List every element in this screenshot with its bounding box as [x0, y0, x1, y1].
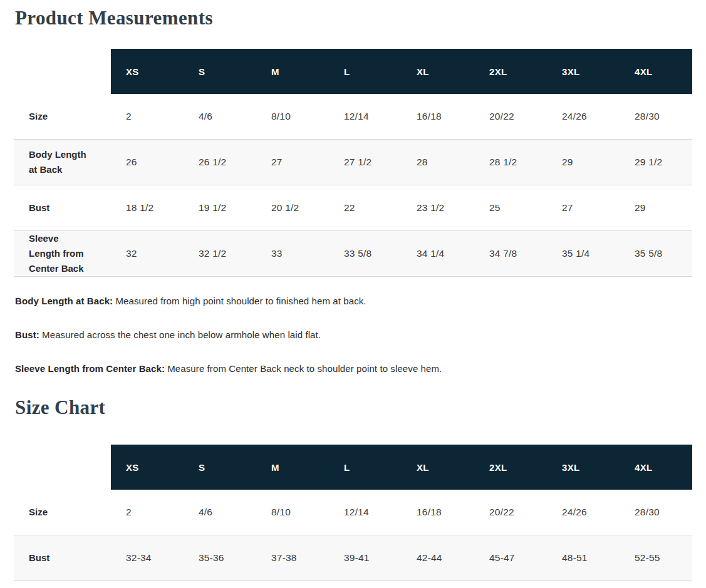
measurement-value: 27	[256, 140, 329, 185]
measurement-value: 20/22	[474, 94, 547, 139]
measurement-value: 32 1/2	[184, 231, 256, 276]
size-column-header: S	[184, 49, 256, 94]
product-measurements-title: Product Measurements	[15, 6, 691, 30]
size-column-header: 3XL	[547, 445, 620, 490]
measurement-value: 4/6	[184, 94, 256, 139]
measurement-value: 28 1/2	[474, 140, 547, 185]
measurement-value: 32	[111, 231, 184, 276]
measurement-value: 16/18	[402, 490, 474, 535]
table-row: Bust18 1/219 1/220 1/22223 1/2252729	[14, 185, 692, 231]
definition-bust: Bust: Measured across the chest one inch…	[15, 328, 691, 342]
measurement-value: 22	[329, 185, 402, 230]
row-label: Bust	[14, 535, 111, 580]
definition-term: Sleeve Length from Center Back:	[15, 363, 165, 374]
table-row: Body Length at Back2626 1/22727 1/22828 …	[14, 140, 692, 185]
measurement-value: 26 1/2	[184, 140, 256, 185]
definition-text: Measured from high point shoulder to fin…	[113, 296, 366, 306]
measurement-value: 26	[111, 140, 184, 185]
measurement-value: 19 1/2	[184, 185, 256, 230]
size-column-header: S	[184, 445, 256, 490]
row-label: Body Length at Back	[14, 140, 111, 185]
measurement-value: 52-55	[620, 535, 692, 580]
measurement-value: 34 7/8	[474, 231, 547, 276]
size-column-header: 3XL	[547, 49, 620, 94]
measurement-value: 24/26	[547, 94, 620, 139]
measurement-value: 12/14	[329, 94, 402, 139]
size-column-header: XS	[111, 445, 184, 490]
measurement-value: 28	[402, 140, 474, 185]
row-label-text: Sleeve Length from Center Back	[29, 231, 88, 276]
measurement-value: 20/22	[474, 490, 547, 535]
table-row: Sleeve Length from Center Back3232 1/233…	[14, 231, 692, 277]
measurement-value: 2	[111, 490, 184, 535]
definition-term: Bust:	[15, 329, 39, 340]
measurement-value: 8/10	[256, 94, 329, 139]
measurement-value: 18 1/2	[111, 185, 184, 230]
size-column-header: L	[329, 49, 402, 94]
measurement-value: 28/30	[620, 490, 692, 535]
row-label: Size	[14, 490, 111, 535]
table-header-row: XSSMLXL2XL3XL4XL	[14, 49, 692, 94]
row-label-text: Size	[29, 109, 48, 124]
measurement-value: 8/10	[256, 490, 329, 535]
measurement-value: 24/26	[547, 490, 620, 535]
size-column-header: M	[256, 49, 329, 94]
size-column-header: 2XL	[474, 49, 547, 94]
size-chart-title: Size Chart	[15, 396, 691, 420]
size-column-header: XS	[111, 49, 184, 94]
measurement-value: 25	[474, 185, 547, 230]
measurement-value: 2	[111, 94, 184, 139]
size-column-header: L	[329, 445, 402, 490]
row-label-text: Size	[29, 505, 48, 520]
size-column-header: M	[256, 445, 329, 490]
row-label: Bust	[14, 185, 111, 230]
measurement-value: 4/6	[184, 490, 256, 535]
measurement-value: 28/30	[620, 94, 692, 139]
measurement-value: 39-41	[329, 535, 402, 580]
row-label: Size	[14, 94, 111, 139]
measurement-value: 42-44	[402, 535, 474, 580]
measurement-value: 20 1/2	[256, 185, 329, 230]
definition-text: Measured across the chest one inch below…	[39, 329, 321, 340]
definition-term: Body Length at Back:	[15, 296, 113, 306]
measurement-value: 12/14	[329, 490, 402, 535]
row-label-text: Bust	[29, 200, 49, 215]
row-label-text: Body Length at Back	[29, 147, 88, 177]
product-measurements-table: XSSMLXL2XL3XL4XLSize24/68/1012/1416/1820…	[14, 49, 692, 277]
measurement-value: 34 1/4	[402, 231, 474, 276]
measurement-value: 32-34	[111, 535, 184, 580]
measurement-value: 35 5/8	[620, 231, 692, 276]
measurement-value: 33 5/8	[329, 231, 402, 276]
measurement-value: 29	[547, 140, 620, 185]
measurement-value: 23 1/2	[402, 185, 474, 230]
measurement-value: 35-36	[184, 535, 256, 580]
size-column-header: 2XL	[474, 445, 547, 490]
table-row: Size24/68/1012/1416/1820/2224/2628/30	[14, 490, 692, 535]
definition-body-length: Body Length at Back: Measured from high …	[15, 294, 691, 308]
measurement-value: 29 1/2	[620, 140, 692, 185]
header-spacer-cell	[14, 49, 111, 94]
table-row: Bust32-3435-3637-3839-4142-4445-4748-515…	[14, 535, 692, 581]
header-spacer-cell	[14, 445, 111, 490]
table-row: Size24/68/1012/1416/1820/2224/2628/30	[14, 94, 692, 140]
measurement-definitions: Body Length at Back: Measured from high …	[15, 294, 691, 376]
size-chart-table: XSSMLXL2XL3XL4XLSize24/68/1012/1416/1820…	[14, 445, 692, 581]
measurement-value: 27	[547, 185, 620, 230]
measurement-value: 27 1/2	[329, 140, 402, 185]
definition-sleeve-length: Sleeve Length from Center Back: Measure …	[15, 362, 691, 376]
measurement-value: 29	[620, 185, 692, 230]
measurement-value: 33	[256, 231, 329, 276]
row-label-text: Bust	[29, 550, 49, 565]
table-header-row: XSSMLXL2XL3XL4XL	[14, 445, 692, 490]
row-label: Sleeve Length from Center Back	[14, 231, 111, 276]
definition-text: Measure from Center Back neck to shoulde…	[165, 363, 442, 374]
size-column-header: 4XL	[620, 445, 692, 490]
measurement-value: 37-38	[256, 535, 329, 580]
measurement-value: 35 1/4	[547, 231, 620, 276]
measurement-value: 48-51	[547, 535, 620, 580]
size-column-header: 4XL	[620, 49, 692, 94]
size-column-header: XL	[402, 49, 474, 94]
size-guide-page: Product Measurements XSSMLXL2XL3XL4XLSiz…	[0, 6, 706, 581]
measurement-value: 45-47	[474, 535, 547, 580]
size-column-header: XL	[402, 445, 474, 490]
